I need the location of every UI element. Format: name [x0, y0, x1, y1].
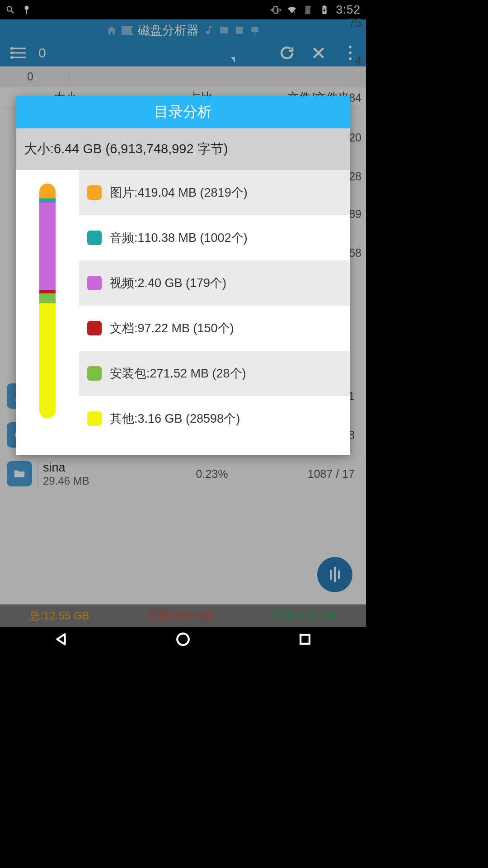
stack-segment: [39, 203, 56, 290]
stack-segment: [39, 184, 56, 198]
legend-row[interactable]: 其他:3.16 GB (28598个): [79, 396, 350, 441]
stack-segment: [39, 293, 56, 303]
legend-list: 图片:419.04 MB (2819个)音频:110.38 MB (1002个)…: [79, 170, 350, 441]
svg-point-17: [177, 633, 189, 645]
color-swatch: [87, 366, 102, 381]
android-nav-bar: [0, 627, 366, 651]
dialog-total-size: 大小:6.44 GB (6,913,748,992 字节): [16, 128, 350, 170]
dialog-title: 目录分析: [16, 96, 350, 128]
color-swatch: [87, 276, 102, 290]
stack-segment: [39, 290, 56, 294]
size-stacked-bar: [39, 184, 56, 419]
legend-row[interactable]: 音频:110.38 MB (1002个): [79, 215, 350, 260]
legend-label: 音频:110.38 MB (1002个): [110, 230, 248, 246]
legend-row[interactable]: 视频:2.40 GB (179个): [79, 260, 350, 306]
legend-row[interactable]: 图片:419.04 MB (2819个): [79, 170, 350, 215]
legend-label: 其他:3.16 GB (28598个): [110, 410, 240, 427]
stack-segment: [39, 303, 56, 419]
legend-label: 图片:419.04 MB (2819个): [110, 184, 248, 201]
stack-segment: [39, 198, 56, 203]
directory-analysis-dialog: 目录分析 大小:6.44 GB (6,913,748,992 字节) 图片:41…: [16, 96, 350, 455]
legend-label: 视频:2.40 GB (179个): [110, 275, 226, 291]
legend-label: 安装包:271.52 MB (28个): [110, 365, 246, 382]
legend-label: 文档:97.22 MB (150个): [110, 320, 234, 336]
back-button[interactable]: [53, 632, 69, 647]
legend-row[interactable]: 文档:97.22 MB (150个): [79, 306, 350, 351]
home-button[interactable]: [175, 632, 191, 647]
color-swatch: [87, 321, 102, 335]
recents-button[interactable]: [297, 632, 313, 647]
legend-row[interactable]: 安装包:271.52 MB (28个): [79, 351, 350, 396]
color-swatch: [87, 411, 102, 426]
color-swatch: [87, 231, 102, 245]
svg-rect-18: [300, 635, 310, 644]
color-swatch: [87, 185, 102, 200]
